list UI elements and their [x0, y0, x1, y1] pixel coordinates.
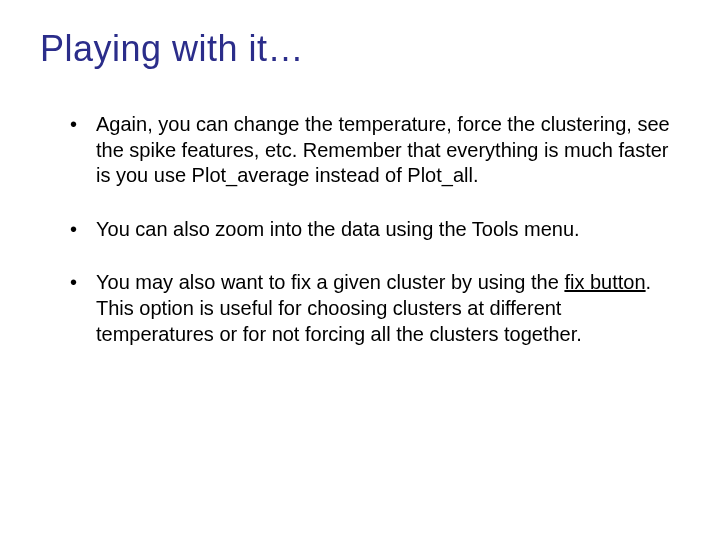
- slide: Playing with it… Again, you can change t…: [0, 0, 720, 540]
- list-item: Again, you can change the temperature, f…: [70, 112, 680, 189]
- list-item: You may also want to fix a given cluster…: [70, 270, 680, 347]
- slide-title: Playing with it…: [40, 28, 680, 70]
- list-item: You can also zoom into the data using th…: [70, 217, 680, 243]
- list-item-text: You may also want to fix a given cluster…: [96, 271, 564, 293]
- bullet-list: Again, you can change the temperature, f…: [40, 112, 680, 347]
- fix-button-reference: fix button: [564, 271, 645, 293]
